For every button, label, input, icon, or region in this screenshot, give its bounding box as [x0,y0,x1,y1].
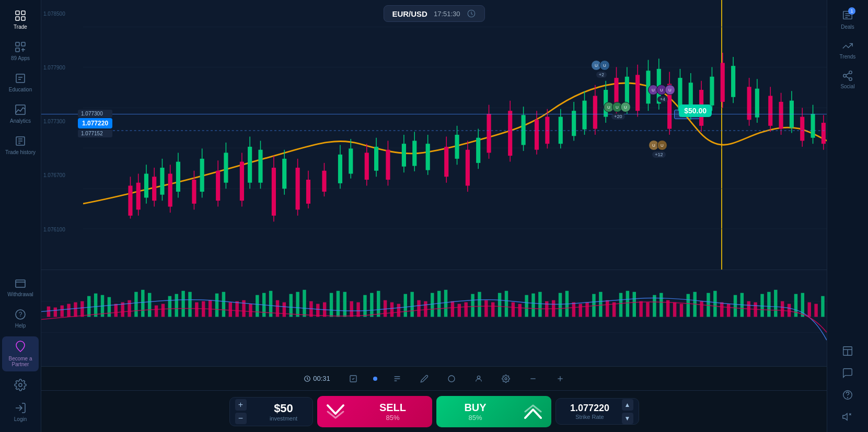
sidebar-item-partner[interactable]: Become a Partner [2,336,39,371]
strike-rate-label: Strike Rate [570,414,609,420]
cluster-count-4: +12 [652,151,665,158]
cluster-count-2: +4 [657,96,668,102]
svg-rect-184 [235,301,238,317]
left-sidebar: Trade 89 Apps Education Analytics [0,0,41,432]
main-area: EUR/USD 17:51:30 1.078500 1.077900 1.077… [41,0,827,432]
svg-rect-232 [559,293,562,317]
svg-rect-271 [821,296,824,317]
y-label-4: 1.076700 [43,172,65,178]
oscillator-svg [41,270,827,366]
sidebar-item-apps[interactable]: 89 Apps [0,36,41,67]
buy-icon-area [515,403,551,420]
svg-rect-176 [181,291,184,317]
sidebar-item-trade-history[interactable]: Trade history [0,130,41,161]
investment-minus-button[interactable]: − [235,413,247,424]
svg-rect-174 [168,296,171,317]
svg-rect-269 [807,302,811,317]
strike-up-button[interactable]: ▲ [622,399,633,411]
right-item-social[interactable]: Social [827,65,868,95]
svg-rect-254 [707,293,710,317]
circle-icon [447,375,456,383]
sidebar-item-withdrawal[interactable]: Withdrawal [0,272,41,303]
svg-rect-256 [720,302,723,317]
toolbar-text[interactable] [390,372,404,385]
toolbar-timer[interactable]: 00:31 [300,372,333,384]
sidebar-item-trade[interactable]: Trade [0,4,41,36]
right-item-question[interactable] [827,384,868,406]
chart-header: EUR/USD 17:51:30 [383,5,484,22]
toolbar-check[interactable] [346,372,361,385]
price-box: 1.077220 [78,118,112,129]
svg-rect-3 [21,17,25,20]
sidebar-item-login[interactable]: Login [0,396,41,428]
svg-rect-227 [525,295,528,317]
toolbar-minus[interactable] [526,372,540,385]
svg-rect-190 [276,300,279,317]
sidebar-item-education[interactable]: Education [0,67,41,98]
svg-point-274 [448,376,455,382]
svg-rect-183 [229,302,232,317]
svg-rect-239 [606,300,609,317]
pair-badge[interactable]: EUR/USD 17:51:30 [383,5,484,22]
right-item-layout[interactable] [827,340,868,362]
chart-container[interactable]: 1.078500 1.077900 1.077300 1.076700 1.07… [41,0,827,270]
sidebar-item-analytics-label: Analytics [10,118,31,124]
toolbar-gear[interactable] [499,372,513,385]
user-cluster-1: U U +2 [593,60,610,78]
sidebar-item-settings[interactable] [0,373,41,396]
svg-marker-294 [843,414,847,421]
toolbar-circle[interactable] [444,372,459,385]
user-cluster-2: U U U +4 [650,85,675,102]
user-cluster-3: U U U +20 [606,102,631,120]
svg-rect-168 [128,300,131,317]
svg-rect-180 [209,300,212,317]
investment-label: investment [270,415,297,422]
buy-pct: 85% [436,414,515,422]
svg-rect-171 [148,293,151,317]
svg-point-285 [843,74,847,77]
user-cluster-4: U U +12 [651,140,667,158]
y-label-3: 1.077300 [43,119,65,124]
deals-badge: 1 [848,7,855,15]
right-item-chat[interactable] [827,362,868,384]
bottom-bar: + − $50 investment SELL 85% [41,390,827,432]
price-small-top: 1.077300 [78,110,112,118]
toolbar-pencil[interactable] [417,372,432,385]
cluster-count-3: +20 [611,113,624,120]
svg-rect-175 [175,294,178,317]
svg-rect-196 [316,304,319,317]
right-item-deals[interactable]: 1 Deals [827,4,868,35]
svg-rect-9 [16,74,25,83]
strike-down-button[interactable]: ▼ [622,413,633,424]
right-item-trends[interactable]: Trends [827,35,868,65]
investment-add-button[interactable]: + [235,399,247,411]
svg-rect-235 [578,304,582,317]
y-label-5: 1.076100 [43,226,65,232]
svg-rect-158 [61,306,64,317]
svg-rect-200 [343,292,346,317]
svg-rect-177 [188,292,191,317]
toolbar-dot [373,377,377,381]
sidebar-item-analytics[interactable]: Analytics [0,98,41,130]
svg-rect-207 [390,302,394,317]
svg-point-286 [849,78,852,81]
svg-rect-265 [781,301,784,317]
toolbar-person[interactable] [471,372,486,385]
check-icon [349,375,357,383]
right-item-volume[interactable] [827,406,868,428]
right-sidebar: 1 Deals Trends Social [827,0,868,432]
svg-point-21 [19,383,22,387]
toolbar-plus[interactable] [553,372,568,385]
svg-point-293 [848,398,848,398]
svg-rect-211 [417,300,420,317]
svg-rect-264 [774,290,777,317]
svg-rect-240 [612,302,616,317]
svg-rect-218 [464,302,467,317]
buy-button[interactable]: BUY 85% [436,396,551,427]
sidebar-item-help[interactable]: ? Help [0,303,41,334]
svg-point-276 [505,378,507,380]
svg-rect-220 [478,292,481,317]
svg-rect-247 [659,293,663,317]
sell-button[interactable]: SELL 85% [317,396,432,427]
investment-amount: $50 [270,402,297,415]
